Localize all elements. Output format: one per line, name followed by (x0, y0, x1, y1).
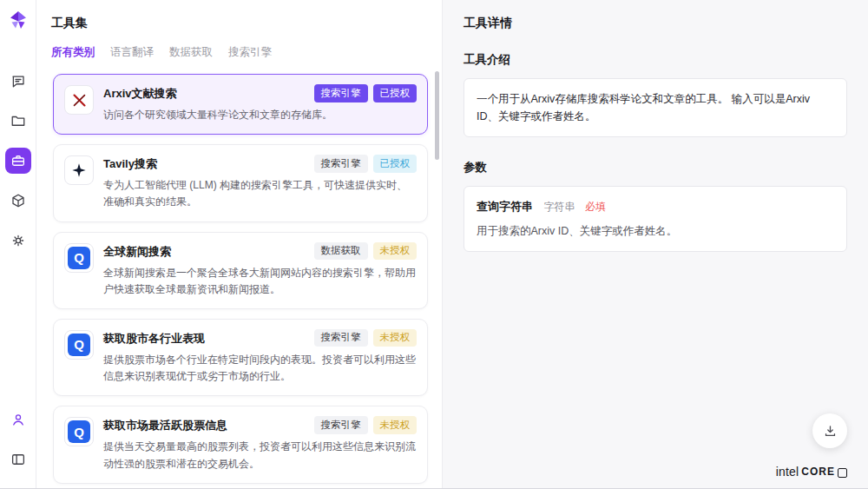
category-badge: 搜索引擎 (314, 84, 368, 102)
tool-list-panel: 工具集 所有类别语言翻译数据获取搜索引擎 Arxiv文献搜索访问各个研究领域大量… (36, 0, 443, 488)
intel-brand: intel (776, 465, 799, 479)
tool-description: 提供当天交易量最高的股票列表，投资者可以利用这些信息来识别流动性强的股票和潜在的… (103, 439, 417, 472)
gear-icon[interactable] (5, 228, 31, 254)
tab-category-0[interactable]: 所有类别 (51, 45, 95, 60)
params-section-title: 参数 (464, 160, 847, 175)
tool-detail-panel: 工具详情 工具介绍 一个用于从Arxiv存储库搜索科学论文和文章的工具。 输入可… (443, 0, 868, 488)
tool-description: 提供股票市场各个行业在特定时间段内的表现。投资者可以利用这些信息来识别表现优于或… (103, 352, 417, 385)
tab-category-2[interactable]: 数据获取 (169, 45, 213, 60)
detail-title: 工具详情 (464, 16, 847, 31)
auth-status-badge: 未授权 (373, 329, 418, 347)
category-badge: 搜索引擎 (314, 329, 368, 347)
tool-card-4[interactable]: Q获取股市各行业表现提供股票市场各个行业在特定时间段内的表现。投资者可以利用这些… (53, 319, 428, 396)
briefcase-icon[interactable] (5, 148, 31, 174)
icon-rail (0, 0, 36, 488)
blue-q-icon: Q (64, 330, 94, 360)
param-type: 字符串 (543, 201, 575, 213)
tool-description: 访问各个研究领域大量科学论文和文章的存储库。 (103, 107, 417, 123)
app-window: 工具集 所有类别语言翻译数据获取搜索引擎 Arxiv文献搜索访问各个研究领域大量… (0, 0, 868, 489)
tool-card-3[interactable]: Q全球新闻搜索全球新闻搜索是一个聚合全球各大新闻网站内容的搜索引擎，帮助用户快速… (53, 232, 428, 309)
app-logo (9, 10, 28, 33)
download-button[interactable] (812, 413, 847, 448)
user-icon[interactable] (5, 406, 31, 433)
chat-icon[interactable] (5, 68, 31, 94)
tool-card-2[interactable]: Tavily搜索专为人工智能代理 (LLM) 构建的搜索引擎工具，可快速提供实时… (53, 144, 428, 221)
tab-category-1[interactable]: 语言翻译 (110, 45, 154, 60)
tool-description: 全球新闻搜索是一个聚合全球各大新闻网站内容的搜索引擎，帮助用户快速获取全球最新资… (103, 265, 417, 298)
scrollbar-thumb[interactable] (435, 71, 439, 160)
category-tabs: 所有类别语言翻译数据获取搜索引擎 (51, 45, 442, 60)
param-box: 查询字符串 字符串 必填 用于搜索的Arxiv ID、关键字或作者姓名。 (464, 186, 847, 252)
intel-chip-mark (838, 468, 847, 478)
tool-card-list: Arxiv文献搜索访问各个研究领域大量科学论文和文章的存储库。搜索引擎已授权Ta… (51, 72, 442, 488)
category-badge: 搜索引擎 (314, 155, 368, 173)
category-badge: 数据获取 (314, 242, 368, 261)
download-icon (823, 424, 838, 439)
tab-category-3[interactable]: 搜索引擎 (228, 45, 272, 60)
auth-status-badge: 已授权 (373, 84, 418, 102)
tool-card-1[interactable]: Arxiv文献搜索访问各个研究领域大量科学论文和文章的存储库。搜索引擎已授权 (53, 74, 428, 135)
tool-card-5[interactable]: Q获取市场最活跃股票信息提供当天交易量最高的股票列表，投资者可以利用这些信息来识… (53, 406, 428, 483)
intro-section-title: 工具介绍 (464, 52, 847, 68)
category-badge: 搜索引擎 (314, 416, 368, 434)
intro-box: 一个用于从Arxiv存储库搜索科学论文和文章的工具。 输入可以是Arxiv ID… (464, 78, 847, 137)
package-icon[interactable] (5, 188, 31, 214)
arxiv-icon (64, 85, 94, 115)
folder-icon[interactable] (5, 108, 31, 134)
auth-status-badge: 未授权 (373, 242, 418, 261)
param-description: 用于搜索的Arxiv ID、关键字或作者姓名。 (477, 223, 834, 240)
param-required-badge: 必填 (585, 201, 606, 213)
auth-status-badge: 已授权 (373, 155, 418, 173)
auth-status-badge: 未授权 (373, 416, 418, 434)
intro-text: 一个用于从Arxiv存储库搜索科学论文和文章的工具。 输入可以是Arxiv ID… (477, 90, 834, 125)
intel-core-badge: intel CORE (776, 465, 847, 479)
tool-description: 专为人工智能代理 (LLM) 构建的搜索引擎工具，可快速提供实时、准确和真实的结… (103, 177, 417, 210)
blue-q-icon: Q (64, 417, 94, 446)
param-name: 查询字符串 (477, 200, 533, 213)
tavily-sparkle-icon (64, 155, 94, 185)
page-title: 工具集 (51, 16, 442, 31)
panel-icon[interactable] (5, 446, 31, 472)
list-scrollbar (435, 71, 439, 483)
intel-series: CORE (801, 466, 835, 478)
blue-q-icon: Q (64, 243, 94, 273)
